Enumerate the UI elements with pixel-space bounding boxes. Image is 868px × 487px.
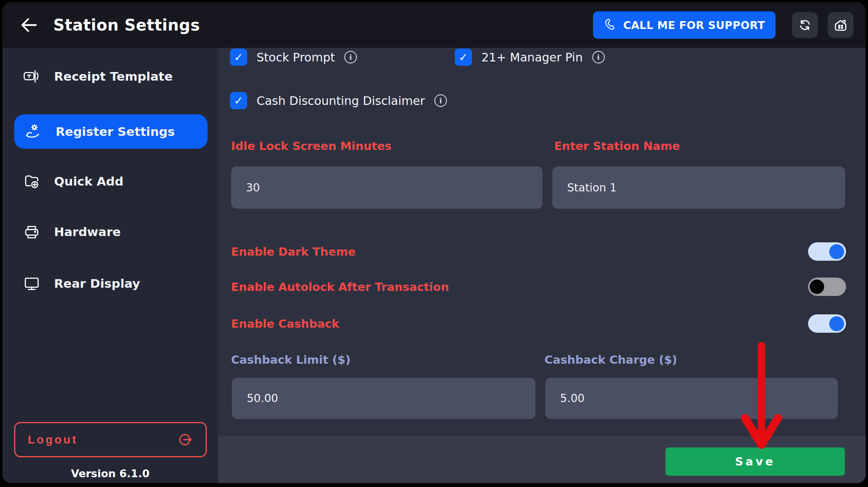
printer-icon — [23, 223, 41, 241]
logout-button[interactable]: Logout — [14, 422, 207, 457]
sidebar-item-receipt-template[interactable]: Receipt Template — [13, 63, 208, 90]
dark-theme-toggle[interactable] — [808, 242, 846, 261]
sidebar-item-label: Rear Display — [54, 276, 140, 290]
check-icon: ✓ — [234, 51, 243, 64]
register-settings-panel: ✓ Stock Prompt i ✓ 21+ Manager Pin i ✓ C… — [218, 48, 866, 483]
toggle-knob — [829, 316, 844, 331]
cashback-label: Enable Cashback — [231, 315, 339, 333]
back-button[interactable] — [18, 15, 38, 35]
cashback-charge-label: Cashback Charge ($) — [544, 353, 677, 366]
save-button[interactable]: Save — [665, 447, 845, 476]
sidebar-item-label: Receipt Template — [54, 69, 173, 83]
sidebar-item-register-settings[interactable]: Register Settings — [14, 114, 208, 149]
cash-discounting-option: ✓ Cash Discounting Disclaimer i — [230, 92, 447, 110]
stock-prompt-checkbox[interactable]: ✓ — [230, 49, 247, 66]
manager-pin-checkbox[interactable]: ✓ — [455, 49, 472, 66]
call-support-label: CALL ME FOR SUPPORT — [623, 19, 765, 31]
sync-button[interactable] — [792, 12, 818, 38]
sidebar-item-label: Register Settings — [56, 124, 175, 139]
page-title: Station Settings — [53, 2, 200, 48]
manager-pin-label: 21+ Manager Pin — [481, 51, 583, 64]
toggle-knob — [829, 244, 844, 259]
sidebar-item-hardware[interactable]: Hardware — [13, 218, 208, 245]
autolock-toggle[interactable] — [808, 278, 846, 296]
sidebar-item-quick-add[interactable]: Quick Add — [13, 168, 208, 195]
check-icon: ✓ — [459, 51, 468, 64]
back-arrow-icon — [18, 15, 38, 35]
monitor-icon — [23, 274, 41, 292]
sidebar: Receipt Template Register Settings — [2, 48, 218, 483]
receipt-printer-icon — [23, 67, 41, 85]
cash-discounting-checkbox[interactable]: ✓ — [230, 92, 247, 109]
logout-icon — [176, 431, 193, 448]
manager-pin-option: ✓ 21+ Manager Pin i — [455, 48, 605, 66]
stock-prompt-label: Stock Prompt — [257, 51, 335, 64]
call-support-button[interactable]: CALL ME FOR SUPPORT — [593, 11, 776, 39]
cashback-limit-label: Cashback Limit ($) — [231, 353, 351, 366]
sidebar-item-label: Hardware — [54, 225, 121, 239]
cashback-toggle[interactable] — [808, 314, 846, 333]
app-window: Station Settings CALL ME FOR SUPPORT — [2, 2, 866, 483]
phone-icon — [604, 19, 616, 31]
logout-label: Logout — [28, 433, 78, 446]
folder-plus-icon — [23, 172, 41, 190]
station-name-input[interactable] — [552, 166, 845, 209]
autolock-label: Enable Autolock After Transaction — [231, 278, 449, 296]
dark-theme-label: Enable Dark Theme — [231, 243, 356, 261]
cashback-charge-input[interactable] — [545, 378, 838, 419]
idle-lock-input[interactable] — [231, 166, 542, 209]
version-text: Version 6.1.0 — [2, 467, 218, 480]
sidebar-item-label: Quick Add — [54, 174, 123, 188]
home-button[interactable] — [828, 12, 854, 38]
info-icon[interactable]: i — [344, 51, 357, 63]
sidebar-item-rear-display[interactable]: Rear Display — [13, 270, 208, 297]
home-keypad-icon — [832, 17, 849, 33]
toggle-knob — [810, 280, 824, 294]
info-icon[interactable]: i — [592, 51, 605, 63]
station-name-label: Enter Station Name — [554, 139, 680, 153]
stock-prompt-option: ✓ Stock Prompt i — [230, 48, 357, 66]
idle-lock-label: Idle Lock Screen Minutes — [231, 139, 392, 153]
cashback-limit-input[interactable] — [232, 378, 535, 419]
check-icon: ✓ — [234, 94, 243, 107]
top-bar: Station Settings CALL ME FOR SUPPORT — [2, 2, 866, 48]
cash-discounting-label: Cash Discounting Disclaimer — [257, 94, 425, 108]
refresh-icon — [797, 17, 813, 33]
info-icon[interactable]: i — [434, 94, 447, 107]
hand-sparkle-icon — [24, 123, 42, 141]
